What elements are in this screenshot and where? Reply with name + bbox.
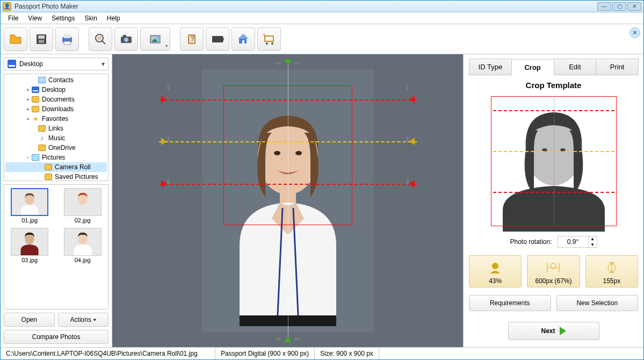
close-button[interactable]: ✕ — [627, 2, 641, 11]
print-button[interactable] — [55, 27, 79, 51]
resize-handle[interactable]: ⇕ — [165, 178, 171, 185]
tree-item[interactable]: +Desktop — [5, 85, 107, 95]
camera-button[interactable] — [114, 27, 138, 51]
tree-item[interactable]: Contacts — [5, 75, 107, 85]
tree-item[interactable]: +Downloads — [5, 104, 107, 114]
resize-handle[interactable]: ⇕ — [165, 84, 171, 91]
window-title: Passport Photo Maker — [15, 3, 597, 10]
resize-handle[interactable]: ⇕ — [404, 178, 410, 185]
status-size: Size: 900 x 900 px — [315, 348, 379, 359]
tree-item[interactable]: OneDrive — [5, 143, 107, 153]
next-button[interactable]: Next — [508, 322, 599, 340]
guide-head-top[interactable] — [159, 99, 417, 100]
rotation-label: Photo rotation: — [510, 238, 552, 246]
compare-photos-button[interactable]: Compare Photos — [4, 330, 108, 344]
help-book-button[interactable]: ? — [180, 27, 204, 51]
guide-eye-line[interactable] — [159, 141, 417, 142]
tree-item[interactable]: −Pictures — [5, 153, 107, 162]
home-button[interactable] — [231, 27, 255, 51]
guide-chin-line[interactable] — [159, 184, 417, 185]
video-button[interactable] — [206, 27, 229, 51]
resize-handle[interactable]: ⇔ — [275, 60, 281, 67]
resize-handle[interactable]: ⇕ — [404, 136, 410, 143]
statusbar: C:\Users\Content.LAPTOP-I06SQ4UB\Picture… — [1, 347, 643, 359]
minimize-button[interactable]: — — [597, 2, 611, 11]
app-icon: 👤 — [3, 2, 11, 11]
tab-edit[interactable]: Edit — [554, 59, 597, 75]
toolbar: ▾ ? ✕ — [1, 24, 643, 54]
face-detect-button[interactable] — [89, 27, 112, 51]
svg-line-28 — [264, 34, 265, 36]
effects-button[interactable]: ▾ — [140, 27, 170, 51]
new-selection-button[interactable]: New Selection — [556, 295, 639, 311]
metric2-value: 600px (67%) — [535, 277, 571, 285]
open-button[interactable]: Open — [4, 313, 55, 327]
svg-point-11 — [124, 38, 128, 42]
resize-handle[interactable]: ⇔ — [275, 335, 281, 342]
svg-marker-23 — [238, 34, 249, 39]
handle-left-top[interactable] — [160, 96, 168, 103]
thumbnail[interactable]: 01.jpg — [8, 188, 52, 224]
resize-handle[interactable]: ⇕ — [165, 136, 171, 143]
requirements-row: Requirements New Selection — [469, 295, 638, 311]
status-path: C:\Users\Content.LAPTOP-I06SQ4UB\Picture… — [1, 348, 215, 359]
tree-item[interactable]: +Documents — [5, 95, 107, 104]
close-panel-icon[interactable]: ✕ — [629, 27, 640, 38]
tab-id-type[interactable]: ID Type — [469, 59, 512, 75]
tree-item[interactable]: +★Favorites — [5, 114, 107, 124]
handle-top-center[interactable] — [284, 59, 292, 66]
spin-up[interactable]: ▲ — [588, 236, 597, 242]
tree-item[interactable]: ♪Music — [5, 133, 107, 143]
menubar: File View Settings Skin Help — [1, 12, 643, 24]
spin-down[interactable]: ▼ — [588, 242, 597, 248]
svg-rect-3 — [39, 40, 44, 43]
svg-point-46 — [492, 263, 498, 269]
maximize-button[interactable]: ▢ — [612, 2, 626, 11]
photo-canvas[interactable]: ⇕ ⇕ ⇕ ⇕ ⇕ ⇕ ⇔ ⇔ ⇔ ⇔ — [112, 54, 463, 347]
svg-point-8 — [97, 36, 102, 40]
thumbnail[interactable]: 04.jpg — [61, 228, 105, 263]
sidebar: Desktop ▾ Contacts+Desktop+Documents+Dow… — [1, 54, 112, 347]
menu-help[interactable]: Help — [103, 13, 125, 23]
resize-handle[interactable]: ⇕ — [404, 84, 410, 91]
rotation-spinner[interactable]: ▲ ▼ — [558, 236, 597, 248]
handle-bottom-center[interactable] — [284, 336, 292, 343]
tree-item[interactable]: Links — [5, 124, 107, 133]
next-label: Next — [541, 327, 555, 335]
menu-skin[interactable]: Skin — [81, 13, 102, 23]
chevron-down-icon: ▾ — [102, 60, 105, 68]
menu-settings[interactable]: Settings — [47, 13, 79, 23]
requirements-button[interactable]: Requirements — [469, 295, 551, 311]
svg-rect-25 — [265, 36, 273, 41]
folder-tree[interactable]: Contacts+Desktop+Documents+Downloads+★Fa… — [4, 74, 108, 181]
resize-handle[interactable]: ⇔ — [294, 60, 300, 67]
tabs: ID TypeCropEditPrint — [469, 59, 638, 75]
svg-point-26 — [266, 42, 268, 45]
handle-right-top[interactable] — [408, 96, 416, 103]
metrics-row: 43% 600px (67%) 155px — [469, 255, 638, 287]
actions-button[interactable]: Actions ▾ — [58, 313, 109, 327]
resize-handle[interactable]: ⇔ — [294, 335, 300, 342]
metric-height[interactable]: 155px — [585, 255, 638, 287]
crop-rectangle[interactable] — [223, 85, 352, 225]
status-template: Passport Digital (900 x 900 px) — [215, 348, 315, 359]
tab-crop[interactable]: Crop — [511, 59, 554, 75]
tree-item[interactable]: Camera Roll — [5, 162, 107, 172]
cart-button[interactable] — [257, 27, 281, 51]
tree-item[interactable]: Saved Pictures — [5, 172, 107, 181]
thumbnail[interactable]: 03.jpg — [8, 228, 52, 263]
menu-view[interactable]: View — [24, 13, 46, 23]
tab-print[interactable]: Print — [596, 59, 639, 75]
svg-rect-24 — [242, 40, 244, 44]
metric-width[interactable]: 600px (67%) — [527, 255, 580, 287]
thumbnail[interactable]: 02.jpg — [61, 188, 105, 224]
menu-file[interactable]: File — [4, 13, 23, 23]
metric-head-ratio[interactable]: 43% — [469, 255, 522, 287]
save-button[interactable] — [30, 27, 53, 51]
rotation-value[interactable] — [558, 236, 588, 247]
metric1-value: 43% — [489, 277, 502, 285]
thumbnail-grid: 01.jpg02.jpg03.jpg04.jpg — [4, 184, 108, 309]
location-selector[interactable]: Desktop ▾ — [4, 57, 108, 70]
open-file-button[interactable] — [4, 27, 27, 51]
rotation-row: Photo rotation: ▲ ▼ — [469, 236, 638, 248]
